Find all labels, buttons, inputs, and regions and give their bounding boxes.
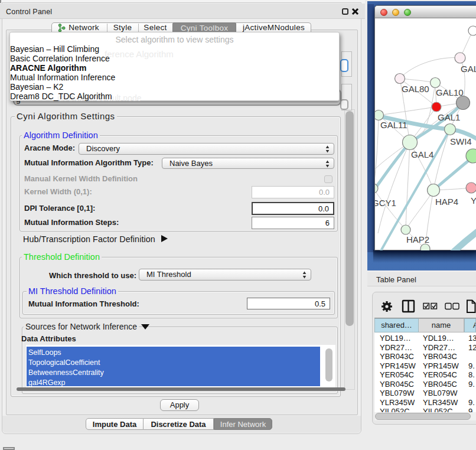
svg-text:GCY1: GCY1 xyxy=(375,198,396,208)
svg-text:HAP4: HAP4 xyxy=(435,197,458,207)
svg-text:GAL10: GAL10 xyxy=(436,87,464,97)
svg-text:GAL4: GAL4 xyxy=(411,149,433,159)
svg-text:GAL1: GAL1 xyxy=(438,112,460,122)
svg-text:SWI4: SWI4 xyxy=(450,136,472,146)
svg-text:GAL80: GAL80 xyxy=(402,84,429,94)
svg-text:Y: Y xyxy=(471,195,476,206)
svg-text:GAL: GAL xyxy=(461,64,476,74)
svg-text:HAP2: HAP2 xyxy=(406,234,429,244)
svg-text:GAL11: GAL11 xyxy=(380,120,407,130)
